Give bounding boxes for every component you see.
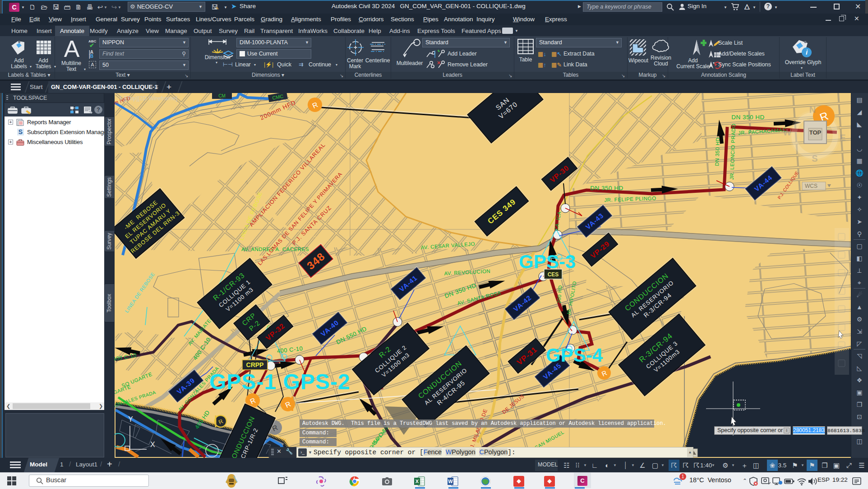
svg-text:GPS-4: GPS-4	[546, 345, 603, 366]
svg-text:CES: CES	[548, 271, 559, 278]
svg-text:DN 350 HD: DN 350 HD	[714, 137, 720, 166]
svg-text:GPS-3: GPS-3	[519, 251, 576, 272]
svg-text:DN 350 HD: DN 350 HD	[590, 185, 623, 191]
svg-text:S: S	[812, 154, 817, 163]
svg-text:W: W	[448, 479, 453, 484]
svg-text:CM: CM	[218, 93, 226, 98]
svg-text:TOP: TOP	[809, 129, 822, 136]
svg-text:W: W	[783, 127, 792, 137]
svg-text:CRPP: CRPP	[246, 361, 264, 368]
svg-text:?: ?	[97, 107, 100, 113]
svg-text:E: E	[840, 133, 845, 143]
svg-text:Y: Y	[128, 415, 133, 423]
svg-text:X: X	[150, 441, 155, 448]
svg-text:[-][Top][2D Wireframe]: [-][Top][2D Wireframe]	[120, 95, 177, 102]
svg-text:DN 350 HD: DN 350 HD	[731, 114, 765, 121]
svg-text:GPS-1 GPS-2: GPS-1 GPS-2	[209, 370, 350, 394]
svg-text:N: N	[809, 105, 816, 115]
svg-text:WCS: WCS	[805, 183, 817, 189]
svg-text:X: X	[416, 479, 419, 484]
